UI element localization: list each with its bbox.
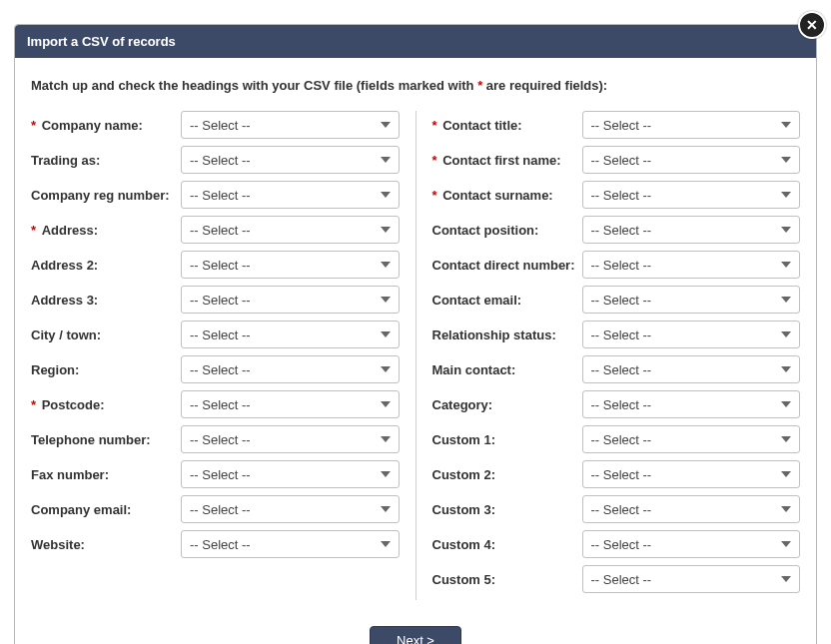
- label-text: City / town:: [31, 327, 101, 342]
- field-label-category: Category:: [432, 397, 582, 412]
- label-text: Contact surname:: [442, 188, 553, 203]
- field-label-contact-position: Contact position:: [432, 223, 582, 238]
- select-contact-first-name[interactable]: -- Select --: [582, 146, 801, 174]
- select-value: -- Select --: [190, 362, 251, 377]
- label-text: Contact position:: [432, 223, 539, 238]
- select-city-town[interactable]: -- Select --: [181, 321, 400, 348]
- field-row-custom-3: Custom 3:-- Select --: [432, 495, 801, 523]
- select-website[interactable]: -- Select --: [181, 530, 400, 558]
- select-value: -- Select --: [591, 118, 652, 133]
- label-text: Postcode:: [42, 397, 105, 412]
- field-label-website: Website:: [31, 537, 181, 552]
- field-label-company-email: Company email:: [31, 502, 181, 517]
- label-text: Telephone number:: [31, 432, 151, 447]
- import-csv-panel: ✕ Import a CSV of records Match up and c…: [14, 24, 817, 644]
- select-address-2[interactable]: -- Select --: [181, 251, 400, 279]
- select-contact-email[interactable]: -- Select --: [582, 286, 801, 314]
- select-value: -- Select --: [190, 223, 251, 238]
- chevron-down-icon: [381, 541, 391, 547]
- next-button[interactable]: Next >: [370, 626, 461, 644]
- select-address-3[interactable]: -- Select --: [181, 286, 400, 314]
- field-row-trading-as: Trading as:-- Select --: [31, 146, 400, 174]
- label-text: Region:: [31, 362, 79, 377]
- select-custom-4[interactable]: -- Select --: [582, 530, 801, 558]
- select-contact-surname[interactable]: -- Select --: [582, 181, 801, 209]
- close-button[interactable]: ✕: [798, 11, 826, 39]
- chevron-down-icon: [781, 506, 791, 512]
- field-row-city-town: City / town:-- Select --: [31, 321, 400, 348]
- field-label-address: * Address:: [31, 223, 181, 238]
- field-row-contact-first-name: * Contact first name:-- Select --: [432, 146, 801, 174]
- panel-title: Import a CSV of records: [27, 34, 176, 49]
- field-row-relationship-status: Relationship status:-- Select --: [432, 321, 801, 348]
- label-text: Custom 3:: [432, 502, 496, 517]
- select-postcode[interactable]: -- Select --: [181, 390, 400, 418]
- field-row-custom-5: Custom 5:-- Select --: [432, 565, 801, 593]
- close-icon: ✕: [806, 17, 818, 33]
- field-label-custom-4: Custom 4:: [432, 537, 582, 552]
- field-label-contact-email: Contact email:: [432, 293, 582, 308]
- chevron-down-icon: [381, 227, 391, 233]
- select-value: -- Select --: [190, 502, 251, 517]
- chevron-down-icon: [381, 436, 391, 442]
- select-address[interactable]: -- Select --: [181, 216, 400, 244]
- select-region[interactable]: -- Select --: [181, 355, 400, 383]
- field-label-trading-as: Trading as:: [31, 153, 181, 168]
- select-contact-position[interactable]: -- Select --: [582, 216, 801, 244]
- label-text: Contact first name:: [442, 153, 560, 168]
- select-custom-3[interactable]: -- Select --: [582, 495, 801, 523]
- label-text: Custom 1:: [432, 432, 496, 447]
- select-telephone-number[interactable]: -- Select --: [181, 425, 400, 453]
- label-text: Contact title:: [442, 118, 521, 133]
- select-value: -- Select --: [591, 467, 652, 482]
- chevron-down-icon: [381, 506, 391, 512]
- field-row-company-reg-number: Company reg number:-- Select --: [31, 181, 400, 209]
- select-category[interactable]: -- Select --: [582, 390, 801, 418]
- select-company-email[interactable]: -- Select --: [181, 495, 400, 523]
- select-main-contact[interactable]: -- Select --: [582, 355, 801, 383]
- select-value: -- Select --: [591, 188, 652, 203]
- required-star: *: [432, 188, 441, 203]
- select-fax-number[interactable]: -- Select --: [181, 460, 400, 488]
- select-value: -- Select --: [591, 362, 652, 377]
- field-row-main-contact: Main contact:-- Select --: [432, 355, 801, 383]
- chevron-down-icon: [781, 157, 791, 163]
- field-label-telephone-number: Telephone number:: [31, 432, 181, 447]
- chevron-down-icon: [381, 297, 391, 303]
- select-company-name[interactable]: -- Select --: [181, 111, 400, 139]
- label-text: Address 2:: [31, 258, 98, 273]
- field-row-address-3: Address 3:-- Select --: [31, 286, 400, 314]
- label-text: Contact email:: [432, 293, 522, 308]
- label-text: Contact direct number:: [432, 258, 575, 273]
- select-contact-title[interactable]: -- Select --: [582, 111, 801, 139]
- select-custom-1[interactable]: -- Select --: [582, 425, 801, 453]
- select-value: -- Select --: [591, 258, 652, 273]
- label-text: Trading as:: [31, 153, 100, 168]
- chevron-down-icon: [381, 157, 391, 163]
- label-text: Fax number:: [31, 467, 109, 482]
- field-label-contact-direct-number: Contact direct number:: [432, 258, 582, 273]
- select-value: -- Select --: [591, 537, 652, 552]
- field-row-custom-1: Custom 1:-- Select --: [432, 425, 801, 453]
- select-custom-5[interactable]: -- Select --: [582, 565, 801, 593]
- select-relationship-status[interactable]: -- Select --: [582, 321, 801, 348]
- chevron-down-icon: [781, 331, 791, 337]
- select-value: -- Select --: [591, 397, 652, 412]
- select-value: -- Select --: [190, 397, 251, 412]
- field-row-contact-surname: * Contact surname:-- Select --: [432, 181, 801, 209]
- select-company-reg-number[interactable]: -- Select --: [181, 181, 400, 209]
- select-value: -- Select --: [190, 537, 251, 552]
- chevron-down-icon: [381, 192, 391, 198]
- select-contact-direct-number[interactable]: -- Select --: [582, 251, 801, 279]
- field-row-custom-2: Custom 2:-- Select --: [432, 460, 801, 488]
- field-label-custom-1: Custom 1:: [432, 432, 582, 447]
- label-text: Custom 2:: [432, 467, 496, 482]
- select-custom-2[interactable]: -- Select --: [582, 460, 801, 488]
- label-text: Category:: [432, 397, 493, 412]
- field-label-custom-2: Custom 2:: [432, 467, 582, 482]
- select-value: -- Select --: [190, 258, 251, 273]
- field-row-fax-number: Fax number:-- Select --: [31, 460, 400, 488]
- select-value: -- Select --: [190, 153, 251, 168]
- select-trading-as[interactable]: -- Select --: [181, 146, 400, 174]
- chevron-down-icon: [381, 262, 391, 268]
